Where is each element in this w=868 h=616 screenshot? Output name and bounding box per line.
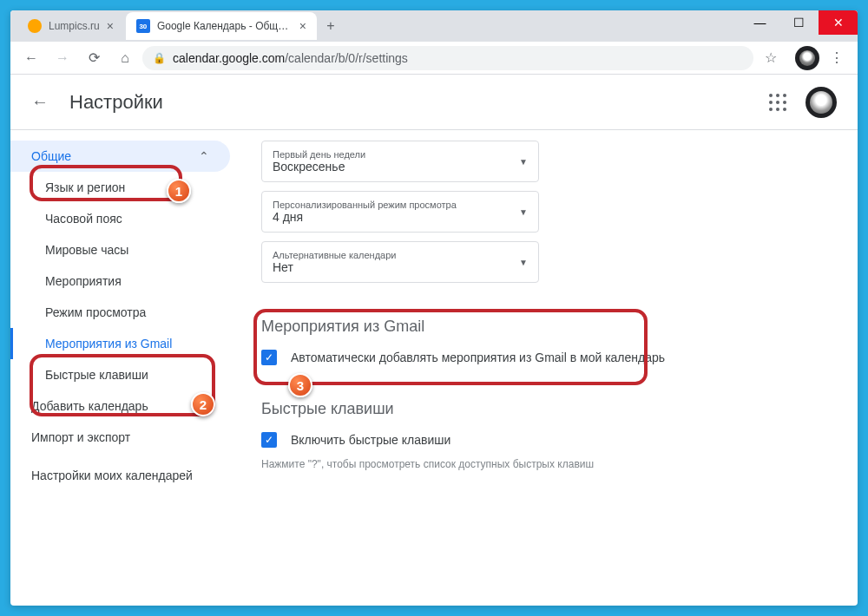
sidebar-label: Часовой пояс (45, 212, 122, 226)
sidebar-item-worldclock[interactable]: Мировые часы (10, 234, 230, 265)
close-tab-icon[interactable]: × (107, 19, 114, 33)
address-bar: ← → ⟳ ⌂ 🔒 calendar.google.com/calendar/b… (10, 42, 858, 75)
chevron-up-icon: ⌃ (199, 149, 209, 163)
url-path: /calendar/b/0/r/settings (285, 51, 408, 65)
select-custom-view[interactable]: Персонализированный режим просмотра 4 дн… (261, 191, 539, 233)
minimize-button[interactable]: — (740, 10, 779, 35)
dropdown-arrow-icon: ▼ (519, 207, 528, 217)
favicon-lumpics (28, 19, 42, 33)
sidebar-label: Импорт и экспорт (31, 430, 130, 444)
close-window-button[interactable]: ✕ (819, 10, 858, 35)
select-label: Альтернативные календари (273, 250, 528, 260)
sidebar-item-viewmode[interactable]: Режим просмотра (10, 297, 230, 328)
home-button[interactable]: ⌂ (111, 44, 139, 72)
select-alt-calendars[interactable]: Альтернативные календари Нет ▼ (261, 241, 539, 283)
page-title: Настройки (69, 91, 163, 114)
dropdown-arrow-icon: ▼ (519, 258, 528, 267)
settings-back-button[interactable]: ← (31, 92, 49, 112)
checkbox-row-enable-shortcuts[interactable]: ✓ Включить быстрые клавиши (261, 432, 837, 448)
account-avatar[interactable] (806, 87, 837, 118)
back-button[interactable]: ← (17, 44, 45, 72)
lock-icon: 🔒 (153, 52, 166, 64)
svg-point-0 (769, 94, 773, 97)
sidebar-label: Режим просмотра (45, 305, 146, 319)
select-value: Нет (273, 260, 528, 274)
svg-point-3 (769, 101, 773, 104)
settings-main: Первый день недели Воскресенье ▼ Персона… (240, 130, 858, 599)
hint-text: Нажмите "?", чтобы просмотреть список до… (261, 458, 837, 470)
select-first-day[interactable]: Первый день недели Воскресенье ▼ (261, 141, 539, 182)
url-domain: calendar.google.com (173, 51, 285, 65)
browser-menu-button[interactable]: ⋮ (823, 44, 851, 72)
checkbox-checked-icon[interactable]: ✓ (261, 350, 277, 365)
tab-title: Google Календарь - Общие нас (157, 20, 293, 32)
select-value: Воскресенье (273, 160, 528, 174)
tab-lumpics[interactable]: Lumpics.ru × (17, 12, 124, 40)
section-title: Быстрые клавиши (261, 400, 837, 418)
app-header: ← Настройки (10, 75, 858, 130)
forward-button[interactable]: → (49, 44, 76, 72)
svg-point-1 (776, 94, 779, 97)
checkbox-label: Автоматически добавлять мероприятия из G… (291, 351, 665, 364)
tab-bar: Lumpics.ru × 30 Google Календарь - Общие… (10, 10, 858, 42)
url-input[interactable]: 🔒 calendar.google.com/calendar/b/0/r/set… (142, 46, 753, 70)
sidebar-label: Язык и регион (45, 180, 125, 194)
sidebar-item-events[interactable]: Мероприятия (10, 265, 230, 297)
sidebar-label: Мероприятия из Gmail (45, 337, 172, 351)
section-title: Мероприятия из Gmail (261, 318, 837, 336)
select-value: 4 дня (273, 210, 528, 224)
sidebar-label: Общие (31, 149, 71, 163)
sidebar-item-import-export[interactable]: Импорт и экспорт (10, 422, 230, 453)
select-label: Первый день недели (273, 149, 528, 160)
section-gmail-events: Мероприятия из Gmail ✓ Автоматически доб… (261, 318, 837, 365)
sidebar-label: Мероприятия (45, 274, 122, 288)
settings-sidebar: Общие ⌃ Язык и регион Часовой пояс Миров… (10, 130, 240, 599)
sidebar-item-timezone[interactable]: Часовой пояс (10, 203, 230, 234)
svg-point-2 (783, 94, 786, 97)
sidebar-label: Быстрые клавиши (45, 368, 148, 382)
browser-profile-button[interactable] (795, 46, 819, 70)
star-button[interactable]: ☆ (757, 44, 785, 72)
svg-point-8 (783, 108, 786, 111)
tab-google-calendar[interactable]: 30 Google Календарь - Общие нас × (126, 12, 317, 40)
sidebar-section-my-calendars: Настройки моих календарей (10, 453, 240, 489)
sidebar-group-add-calendar[interactable]: Добавить календарь ⌄ (10, 390, 230, 422)
chevron-down-icon: ⌄ (199, 399, 209, 413)
sidebar-item-shortcuts[interactable]: Быстрые клавиши (10, 359, 230, 390)
window-controls: — ☐ ✕ (740, 10, 858, 35)
apps-grid-icon[interactable] (767, 92, 788, 113)
svg-point-4 (776, 101, 779, 104)
favicon-gcal: 30 (136, 19, 150, 33)
svg-point-6 (769, 108, 773, 111)
sidebar-label: Добавить календарь (31, 399, 148, 413)
select-label: Персонализированный режим просмотра (273, 200, 528, 210)
sidebar-item-language[interactable]: Язык и регион (10, 172, 230, 203)
sidebar-group-general[interactable]: Общие ⌃ (10, 141, 230, 172)
checkbox-row-auto-add[interactable]: ✓ Автоматически добавлять мероприятия из… (261, 350, 837, 365)
checkbox-label: Включить быстрые клавиши (291, 433, 450, 447)
reload-button[interactable]: ⟳ (80, 44, 108, 72)
close-tab-icon[interactable]: × (299, 19, 306, 33)
svg-point-7 (776, 108, 779, 111)
maximize-button[interactable]: ☐ (779, 10, 819, 35)
sidebar-item-gmail-events[interactable]: Мероприятия из Gmail (10, 328, 230, 359)
checkbox-checked-icon[interactable]: ✓ (261, 432, 277, 448)
sidebar-label: Мировые часы (45, 243, 128, 257)
section-shortcuts: Быстрые клавиши ✓ Включить быстрые клави… (261, 400, 837, 470)
svg-point-5 (783, 101, 786, 104)
new-tab-button[interactable]: + (319, 14, 343, 38)
tab-title: Lumpics.ru (49, 20, 100, 32)
dropdown-arrow-icon: ▼ (519, 157, 528, 167)
